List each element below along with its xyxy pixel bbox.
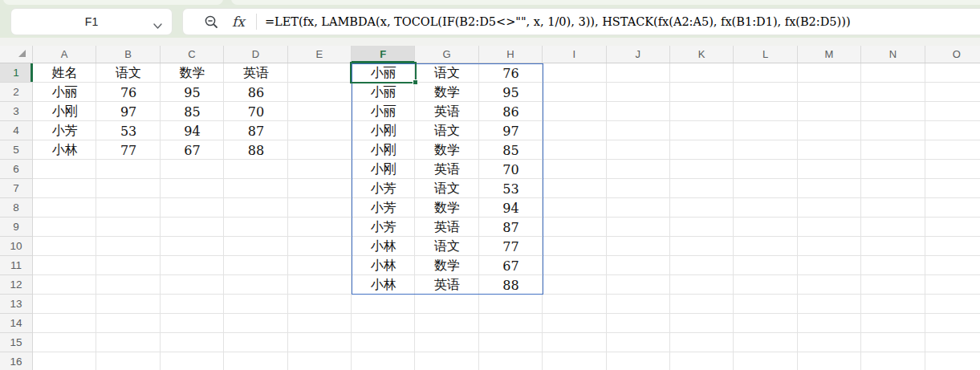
column-header-A[interactable]: A	[33, 46, 96, 63]
row-header-2[interactable]: 2	[0, 83, 32, 102]
column-header-M[interactable]: M	[798, 46, 861, 63]
cell-F7[interactable]: 小芳	[352, 179, 415, 198]
cell-F9[interactable]: 小芳	[352, 218, 415, 237]
cell-C1[interactable]: 数学	[161, 63, 224, 83]
cell-A5[interactable]: 小林	[33, 140, 96, 160]
row-header-14[interactable]: 14	[0, 314, 32, 333]
cell-H4[interactable]: 97	[479, 121, 543, 140]
fill-handle[interactable]	[413, 79, 418, 85]
cell-A1[interactable]: 姓名	[33, 63, 96, 83]
cell-D4[interactable]: 87	[224, 121, 287, 140]
column-header-J[interactable]: J	[607, 46, 670, 63]
column-header-D[interactable]: D	[224, 46, 287, 63]
cell-H7[interactable]: 53	[479, 179, 543, 198]
cell-C3[interactable]: 85	[161, 102, 224, 121]
column-header-L[interactable]: L	[734, 46, 797, 63]
column-header-K[interactable]: K	[670, 46, 734, 63]
row-header-12[interactable]: 12	[0, 275, 32, 295]
column-header-E[interactable]: E	[288, 46, 352, 63]
cell-F6[interactable]: 小刚	[352, 160, 415, 179]
cell-G6[interactable]: 英语	[415, 160, 478, 179]
cell-D3[interactable]: 70	[224, 102, 287, 121]
cell-G3[interactable]: 英语	[415, 102, 478, 121]
spreadsheet-app: F1 fx =LET(fx, LAMBDA(x, TOCOL(IF(B2:D5<…	[0, 0, 980, 370]
cell-D2[interactable]: 86	[224, 83, 287, 102]
cell-F11[interactable]: 小林	[352, 256, 415, 275]
cell-G11[interactable]: 数学	[415, 256, 478, 275]
row-header-11[interactable]: 11	[0, 256, 32, 275]
cell-F12[interactable]: 小林	[352, 275, 415, 295]
cell-A2[interactable]: 小丽	[33, 83, 96, 102]
column-header-C[interactable]: C	[161, 46, 224, 63]
cell-B1[interactable]: 语文	[96, 63, 160, 83]
cell-F5[interactable]: 小刚	[352, 140, 415, 160]
cell-G4[interactable]: 语文	[415, 121, 478, 140]
cell-B2[interactable]: 76	[96, 83, 160, 102]
cell-H1[interactable]: 76	[479, 63, 543, 83]
select-all-corner[interactable]	[0, 46, 33, 63]
cell-F2[interactable]: 小丽	[352, 83, 415, 102]
cell-H6[interactable]: 70	[479, 160, 543, 179]
cell-H10[interactable]: 77	[479, 237, 543, 256]
row-header-8[interactable]: 8	[0, 198, 32, 218]
column-header-G[interactable]: G	[415, 46, 478, 63]
chevron-down-icon[interactable]	[153, 19, 162, 32]
cell-G10[interactable]: 语文	[415, 237, 478, 256]
row-header-5[interactable]: 5	[0, 140, 32, 160]
column-header-F[interactable]: F	[352, 46, 415, 63]
cell-G12[interactable]: 英语	[415, 275, 478, 295]
cell-C2[interactable]: 95	[161, 83, 224, 102]
cell-F3[interactable]: 小丽	[352, 102, 415, 121]
cell-B4[interactable]: 53	[96, 121, 160, 140]
row-header-10[interactable]: 10	[0, 237, 32, 256]
cell-F1[interactable]: 小丽	[352, 63, 415, 83]
row-header-4[interactable]: 4	[0, 121, 32, 140]
cell-F4[interactable]: 小刚	[352, 121, 415, 140]
row-header-1[interactable]: 1	[0, 63, 32, 83]
cell-G9[interactable]: 英语	[415, 218, 478, 237]
ribbon-bottom-edge-right	[231, 0, 980, 5]
cell-G2[interactable]: 数学	[415, 83, 478, 102]
name-box[interactable]: F1	[10, 8, 173, 35]
column-header-B[interactable]: B	[96, 46, 160, 63]
cell-B3[interactable]: 97	[96, 102, 160, 121]
row-header-16[interactable]: 16	[0, 352, 32, 370]
cell-F8[interactable]: 小芳	[352, 198, 415, 218]
cell-G1[interactable]: 语文	[415, 63, 478, 83]
row-header-15[interactable]: 15	[0, 333, 32, 352]
insert-function-icon[interactable]: fx	[232, 14, 245, 30]
row-header-7[interactable]: 7	[0, 179, 32, 198]
cell-D1[interactable]: 英语	[224, 63, 287, 83]
cell-B5[interactable]: 77	[96, 140, 160, 160]
cell-H5[interactable]: 85	[479, 140, 543, 160]
cell-H9[interactable]: 87	[479, 218, 543, 237]
column-header-O[interactable]: O	[925, 46, 980, 63]
cell-H3[interactable]: 86	[479, 102, 543, 121]
column-header-H[interactable]: H	[479, 46, 543, 63]
formula-bar[interactable]: fx =LET(fx, LAMBDA(x, TOCOL(IF(B2:D5<>""…	[182, 8, 980, 35]
cell-H12[interactable]: 88	[479, 275, 543, 295]
cell-A3[interactable]: 小刚	[33, 102, 96, 121]
cell-D5[interactable]: 88	[224, 140, 287, 160]
row-header-9[interactable]: 9	[0, 218, 32, 237]
formula-input[interactable]: =LET(fx, LAMBDA(x, TOCOL(IF(B2:D5<>"", x…	[265, 15, 851, 28]
column-headers: ABCDEFGHIJKLMNO	[33, 46, 980, 63]
cell-A4[interactable]: 小芳	[33, 121, 96, 140]
cell-G8[interactable]: 数学	[415, 198, 478, 218]
cell-C5[interactable]: 67	[161, 140, 224, 160]
row-header-6[interactable]: 6	[0, 160, 32, 179]
cell-G7[interactable]: 语文	[415, 179, 478, 198]
column-header-I[interactable]: I	[543, 46, 606, 63]
cell-G5[interactable]: 数学	[415, 140, 478, 160]
cell-F10[interactable]: 小林	[352, 237, 415, 256]
cell-C4[interactable]: 94	[161, 121, 224, 140]
formula-bar-divider	[256, 14, 257, 30]
zoom-out-icon[interactable]	[204, 14, 219, 30]
row-header-3[interactable]: 3	[0, 102, 32, 121]
row-header-13[interactable]: 13	[0, 295, 32, 314]
cell-H11[interactable]: 67	[479, 256, 543, 275]
cell-H2[interactable]: 95	[479, 83, 543, 102]
row-headers: 12345678910111213141516	[0, 63, 33, 370]
column-header-N[interactable]: N	[861, 46, 925, 63]
cell-H8[interactable]: 94	[479, 198, 543, 218]
